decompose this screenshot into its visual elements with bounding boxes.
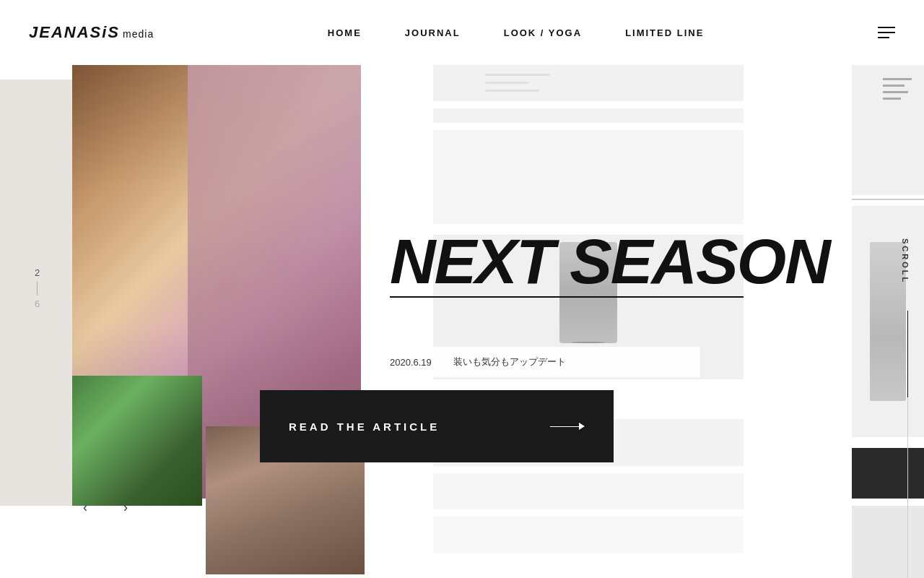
nav-look-yoga[interactable]: LOOK / YOGA [504, 27, 582, 38]
logo: JEANASiS media [29, 23, 154, 42]
read-article-arrow-icon [550, 423, 585, 430]
brand-suffix: media [123, 28, 154, 40]
fr-product-card [852, 206, 924, 437]
main-content: 2 6 ‹ › NEXT SEASON 2020.6. [0, 65, 924, 578]
fr-bottom-light-card [852, 506, 924, 578]
article-subtitle: 装いも気分もアップデート [453, 355, 566, 368]
small-photo-tropical [72, 376, 202, 506]
slide-current: 2 [35, 267, 40, 278]
arrow-line [550, 426, 579, 427]
fr-mini-bar [883, 91, 908, 93]
bottom-product-bar-2 [433, 473, 744, 509]
fr-mini-bar [883, 98, 901, 100]
fr-bottom-dark-card [852, 448, 924, 499]
image-collage [0, 65, 404, 578]
slide-divider [37, 281, 38, 296]
deco-line [485, 90, 539, 92]
fr-divider [852, 199, 924, 200]
fr-mini-bar [883, 78, 912, 80]
next-slide-button[interactable]: › [113, 494, 139, 520]
main-nav: HOME JOURNAL LOOK / YOGA LIMITED LINE [328, 27, 705, 38]
brand-name: JEANASiS [29, 23, 120, 42]
deco-line [485, 82, 528, 84]
nav-limited-line[interactable]: LIMITED LINE [625, 27, 704, 38]
scroll-label: SCROLL [901, 238, 910, 284]
hamburger-line-1 [878, 27, 895, 28]
decorative-lines [476, 65, 585, 101]
article-date: 2020.6.19 [390, 357, 432, 368]
scroll-line-indicator [907, 311, 908, 397]
fr-top-card [852, 65, 924, 195]
carousel-navigation: ‹ › [72, 494, 139, 520]
slide-total: 6 [35, 298, 40, 309]
fr-decorative-bars [877, 72, 920, 105]
slide-counter: 2 6 [35, 267, 40, 309]
hamburger-line-2 [878, 32, 895, 33]
hamburger-line-3 [878, 37, 889, 38]
hamburger-menu-button[interactable] [878, 27, 895, 38]
fr-mini-bar [883, 85, 905, 87]
nav-home[interactable]: HOME [328, 27, 362, 38]
read-article-button[interactable]: READ THE ARTICLE [260, 390, 614, 462]
article-meta: 2020.6.19 装いも気分もアップデート [390, 347, 700, 377]
nav-journal[interactable]: JOURNAL [405, 27, 461, 38]
read-article-label: READ THE ARTICLE [289, 420, 440, 433]
prev-slide-button[interactable]: ‹ [72, 494, 98, 520]
arrow-head [579, 423, 585, 430]
decorative-card-1 [433, 65, 744, 101]
deco-line [485, 74, 550, 76]
decorative-card-3 [433, 130, 744, 224]
far-right-sidebar [823, 65, 924, 578]
bottom-product-bar-3 [433, 517, 744, 553]
decorative-card-2 [433, 108, 744, 123]
header: JEANASiS media HOME JOURNAL LOOK / YOGA … [0, 0, 924, 65]
